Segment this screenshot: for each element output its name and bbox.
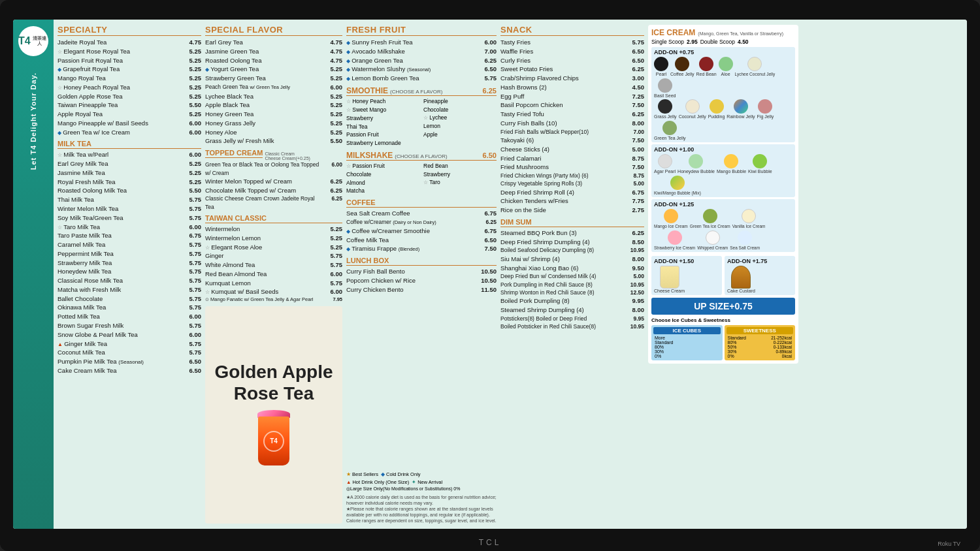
sidebar: T4 清茶達人 Let T4 Delight Your Day. — [13, 20, 54, 529]
screen: T4 清茶達人 Let T4 Delight Your Day. SPECIAL… — [13, 20, 967, 529]
list-item: Deep Fried Shrimp Roll (4)6.75 — [500, 188, 644, 197]
list-item: Peppermint Milk Tea5.75 — [57, 249, 201, 259]
list-item: Sea Salt Cream Coffee6.75 — [346, 209, 497, 218]
taiwan-classic-title: TAIWAN CLASSIC — [205, 214, 342, 223]
list-item: Fried Fish Balls w/Black Pepper(10)7.00 — [500, 128, 644, 136]
list-item: Boiled Potsticker in Red Chili Sauce(8)1… — [500, 323, 644, 330]
list-item: ◆ Coffee w/Creamer Smoothie6.75 — [346, 227, 497, 236]
list-item: ◆ Watermelon Slushy (Seasonal)6.50 — [346, 65, 497, 74]
col-special-flavor: SPECIAL FLAVOR Earl Grey Tea4.75 Jasmine… — [205, 25, 342, 524]
list-item: Steamed BBQ Pork Bun (3)6.25 — [500, 228, 644, 238]
list-item: Earl Grey Tea4.75 — [205, 38, 342, 47]
addon-75-items-row2: Grass Jelly Coconut Jelly Pudding Rainbo… — [654, 99, 792, 140]
dim-sum-section: DIM SUM Steamed BBQ Pork Bun (3)6.25 Dee… — [500, 218, 644, 330]
list-item: Boiled Pork Dumpling (8)9.95 — [500, 296, 644, 306]
list-item: Cake Cream Milk Tea6.50 — [57, 366, 201, 375]
topped-cream-section: TOPPED CREAM Classic CreamCheese Cream(+… — [205, 149, 342, 211]
ice-cream-pricing: Single Scoop 2.95 Double Scoop 4.50 — [651, 39, 795, 45]
lunch-box-title: LUNCH BOX — [346, 257, 497, 266]
list-item: Jasmine Green Tea4.75 — [205, 47, 342, 56]
list-item: Sweet Potato Fries6.25 — [500, 65, 644, 74]
addon-75-items: Pearl Coffee Jelly Red Bean Aloe Lychee … — [654, 57, 792, 98]
ice-cubes-title: ICE CUBES — [653, 327, 721, 334]
taiwan-classic-section: TAIWAN CLASSIC Wintermelon5.25 Wintermel… — [205, 214, 342, 304]
list-item: Pork Dumpling in Red Chili Sauce (8)10.9… — [500, 281, 644, 289]
list-item: Jasmine Milk Tea5.25 — [57, 168, 201, 178]
snack-title: SNACK — [500, 25, 644, 36]
list-item: ☆ Elegant Rose Aloe5.25 — [205, 243, 342, 252]
list-item: Curry Fish Balls (10)8.00 — [500, 119, 644, 128]
list-item: Taro Paste Milk Tea6.75 — [57, 231, 201, 240]
featured-box: Golden Apple Rose Tea T4 — [205, 306, 342, 524]
addon-125-title: ADD-ON +1.25 — [654, 201, 792, 208]
col-fresh-fruit: FRESH FRUIT ◆ Sunny Fresh Fruit Tea6.00 … — [346, 25, 497, 524]
fresh-fruit-title: FRESH FRUIT — [346, 25, 497, 36]
list-item: Fried Mushrooms7.50 — [500, 163, 644, 172]
specialty-title: SPECIALTY — [57, 25, 201, 36]
list-item: Cheese Sticks (4)5.00 — [500, 145, 644, 154]
smoothie-flavors: ☆ Honey Peach ☆ Sweet Mango Strawberry T… — [346, 97, 497, 148]
special-flavor-title: SPECIAL FLAVOR — [205, 25, 342, 36]
milkshake-section: MILKSHAKE (CHOOSE A FLAVOR) 6.50 ☆ Passi… — [346, 151, 497, 195]
list-item: Snow Globe & Pearl Milk Tea6.00 — [57, 330, 201, 339]
list-item: ▲ Ginger Milk Tea5.75 — [57, 339, 201, 349]
tv-brand-right: Roku TV — [938, 541, 960, 547]
list-item: Passion Fruit Royal Tea5.25 — [57, 56, 201, 65]
sidebar-tagline: Let T4 Delight Your Day. — [29, 72, 37, 170]
list-item: Matcha with Fresh Milk5.75 — [57, 285, 201, 294]
list-item: Shanghai Xiao Long Bao (6)9.50 — [500, 264, 644, 273]
list-item: Apple Black Tea5.25 — [205, 101, 342, 110]
featured-text: Golden Apple Rose Tea — [215, 361, 333, 405]
list-item: Jadeite Royal Tea4.75 — [57, 38, 201, 47]
list-item: Crab/Shrimp Flavored Chips3.00 — [500, 74, 644, 83]
list-item: ☆ Milk Tea w/Pearl6.00 — [57, 150, 201, 159]
sweetness-area: ICE CUBES More Standard 80% 30% 0% SWEET… — [651, 325, 795, 360]
milk-tea-section: MILK TEA ☆ Milk Tea w/Pearl6.00 Earl Gre… — [57, 140, 201, 375]
tv-frame: T4 清茶達人 Let T4 Delight Your Day. SPECIAL… — [0, 0, 980, 551]
list-item: Deep Fried Shrimp Dumpling (4)8.50 — [500, 238, 644, 247]
coffee-title: COFFEE — [346, 198, 497, 208]
list-item: Wintermelon Lemon5.25 — [205, 234, 342, 243]
list-item: Roasted Oolong Milk Tea5.50 — [57, 186, 201, 195]
specialty-list: Jadeite Royal Tea4.75 ☆ Elegant Rose Roy… — [57, 38, 201, 136]
list-item: Chicken Tenders w/Fries7.75 — [500, 197, 644, 206]
list-item: Curly Fries6.50 — [500, 56, 644, 65]
list-item: Crispy Vegetable Spring Rolls (3)5.00 — [500, 180, 644, 187]
list-item: Siu Mai w/ Shrimp (4)8.00 — [500, 255, 644, 264]
list-item: Ginger5.75 — [205, 251, 342, 260]
ice-sweet-header: Choose Ice Cubes & Sweetness — [651, 317, 795, 323]
list-item: Kumquat Lemon5.75 — [205, 279, 342, 288]
list-item: Honey Grass Jelly5.25 — [205, 119, 342, 128]
coffee-section: COFFEE Sea Salt Cream Coffee6.75 Coffee … — [346, 198, 497, 253]
list-item: Roasted Oolong Tea4.75 — [205, 56, 342, 65]
dim-sum-title: DIM SUM — [500, 218, 644, 227]
addon-150-box: ADD-ON +1.50 Cheese Cream — [651, 256, 722, 295]
list-item: Popcorn Chicken w/ Rice10.50 — [346, 276, 497, 285]
list-item: Rice on the Side2.75 — [500, 206, 644, 215]
list-item: Royal Fresh Milk Tea5.25 — [57, 178, 201, 187]
list-item: Okinawa Milk Tea5.75 — [57, 303, 201, 312]
smoothie-section: SMOOTHIE (CHOOSE A FLAVOR) 6.25 ☆ Honey … — [346, 86, 497, 148]
list-item: Green Tea or Black Tea or Oolong Tea Top… — [205, 161, 342, 177]
sweetness-box: SWEETNESS Standard21-252kcal 80%0-222kca… — [725, 325, 796, 360]
milk-tea-title: MILK TEA — [57, 140, 201, 149]
list-item: ◆ Tiramisu Frappe (Blended)7.50 — [346, 244, 497, 253]
list-item: ◆ Sunny Fresh Fruit Tea6.00 — [346, 38, 497, 47]
list-item: ☆ Elegant Rose Royal Tea5.25 — [57, 47, 201, 56]
list-item: Tasty Fried Tofu6.25 — [500, 110, 644, 119]
col-specialty-milktea: SPECIALTY Jadeite Royal Tea4.75 ☆ Elegan… — [57, 25, 201, 524]
list-item: Mango Royal Tea5.25 — [57, 74, 201, 83]
list-item: Potted Milk Tea6.00 — [57, 312, 201, 321]
list-item: Steamed Shrimp Dumpling (4)8.00 — [500, 306, 644, 315]
list-item: Waffle Fries6.50 — [500, 47, 644, 56]
logo: T4 清茶達人 — [18, 26, 48, 56]
list-item: Curry Fish Ball Bento10.50 — [346, 267, 497, 276]
ice-cream-subtitle: (Mango, Green Tea, Vanilla or Strawberry… — [698, 31, 783, 36]
list-item: Classic Cheese Cream Crown Jadeite Royal… — [205, 195, 342, 211]
ice-cream-section: ICE CREAM (Mango, Green Tea, Vanilla or … — [648, 25, 798, 364]
list-item: Strawberry Milk Tea5.75 — [57, 259, 201, 268]
list-item: ◆ Yogurt Green Tea5.25 — [205, 65, 342, 74]
list-item: Honey Green Tea5.25 — [205, 110, 342, 119]
list-item: ☆ Kumquat w/ Basil Seeds6.00 — [205, 287, 342, 296]
list-item: Chocolate Milk Topped w/ Cream6.25 — [205, 186, 342, 195]
